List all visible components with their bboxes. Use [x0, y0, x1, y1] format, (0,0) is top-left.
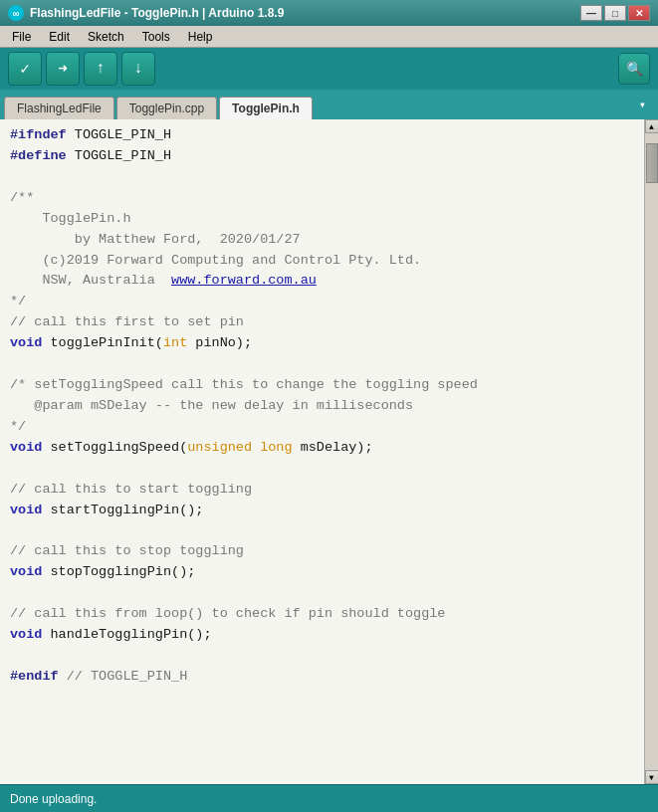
arduino-logo-icon: ∞	[8, 5, 24, 21]
titlebar-left: ∞ FlashingLedFile - TogglePin.h | Arduin…	[8, 5, 284, 21]
titlebar: ∞ FlashingLedFile - TogglePin.h | Arduin…	[0, 0, 658, 26]
tab-toggle-pin-cpp[interactable]: TogglePin.cpp	[116, 97, 217, 119]
open-button[interactable]: ↓	[121, 52, 155, 86]
scrollbar-thumb[interactable]	[646, 143, 658, 183]
search-button[interactable]: 🔍	[618, 53, 650, 85]
window-title: FlashingLedFile - TogglePin.h | Arduino …	[30, 6, 284, 20]
new-button[interactable]: ↑	[84, 52, 117, 86]
statusbar: Done uploading.	[0, 784, 658, 812]
menu-file[interactable]: File	[4, 28, 39, 46]
close-button[interactable]: ✕	[628, 5, 650, 21]
vertical-scrollbar[interactable]: ▲ ▼	[644, 119, 658, 784]
tab-dropdown[interactable]: ▾	[631, 94, 654, 116]
maximize-button[interactable]: □	[604, 5, 626, 21]
toolbar: ✓ ➜ ↑ ↓ 🔍	[0, 48, 658, 90]
upload-button[interactable]: ➜	[46, 52, 80, 86]
menu-help[interactable]: Help	[180, 28, 221, 46]
scrollbar-track[interactable]	[645, 133, 658, 770]
minimize-button[interactable]: —	[580, 5, 602, 21]
status-text: Done uploading.	[10, 792, 97, 806]
menu-sketch[interactable]: Sketch	[80, 28, 132, 46]
toolbar-buttons: ✓ ➜ ↑ ↓	[8, 52, 155, 86]
scroll-down-arrow[interactable]: ▼	[645, 770, 659, 784]
scroll-up-arrow[interactable]: ▲	[645, 119, 659, 133]
tabbar: FlashingLedFile TogglePin.cpp TogglePin.…	[0, 90, 658, 119]
menu-tools[interactable]: Tools	[134, 28, 178, 46]
verify-button[interactable]: ✓	[8, 52, 42, 86]
menubar: File Edit Sketch Tools Help	[0, 26, 658, 48]
code-editor[interactable]: #ifndef TOGGLE_PIN_H #define TOGGLE_PIN_…	[0, 119, 644, 784]
menu-edit[interactable]: Edit	[41, 28, 78, 46]
tab-toggle-pin-h[interactable]: TogglePin.h	[219, 97, 313, 119]
tab-flashing-led-file[interactable]: FlashingLedFile	[4, 97, 114, 119]
window-controls[interactable]: — □ ✕	[580, 5, 650, 21]
editor-area: #ifndef TOGGLE_PIN_H #define TOGGLE_PIN_…	[0, 119, 658, 784]
